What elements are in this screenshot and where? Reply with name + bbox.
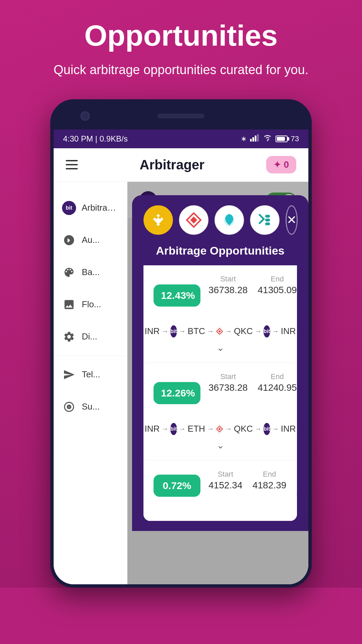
status-time: 4:30 PM | 0.9KB/s: [63, 134, 128, 144]
svg-marker-5: [157, 214, 160, 217]
svg-rect-2: [255, 136, 256, 142]
phone-notch: [54, 103, 308, 129]
graviex-exchange-icon[interactable]: [179, 205, 208, 235]
battery-icon: [276, 136, 288, 142]
status-icons: ∗: [241, 134, 299, 144]
sidebar-item-auto[interactable]: Au...: [54, 224, 127, 256]
start-value-1: 36738.28: [208, 285, 248, 296]
bit-icon: bit: [62, 201, 76, 215]
main-area: bit Arbitrager: [127, 182, 308, 584]
rocket-icon: [62, 233, 76, 248]
start-label-2: Start: [208, 372, 248, 381]
signal-icon: [250, 134, 259, 144]
end-label-3: End: [252, 470, 286, 479]
trade-path-2: INR → bit → ETH →: [154, 420, 287, 437]
wifi-icon: [263, 134, 272, 144]
send-icon: [62, 367, 76, 382]
opportunity-card-3[interactable]: 0.72% Start 4152.34 End: [143, 461, 297, 521]
sidebar-label-arbitrager: Arbitrager: [81, 203, 119, 213]
svg-rect-0: [250, 139, 252, 142]
sidebar-label-backtesting: Ba...: [82, 267, 100, 277]
opportunities-list: 12.43% Start 36738.28 End: [143, 265, 297, 521]
modal-panel: ✕ Arbitrage Opportunities 12.43%: [132, 195, 308, 531]
sidebar-label-support: Su...: [82, 401, 100, 412]
binance-exchange-icon[interactable]: [143, 205, 173, 235]
speaker-icon: [158, 114, 204, 118]
bit-node-1: bit: [170, 325, 177, 337]
end-value-1: 41305.09: [258, 285, 297, 296]
svg-marker-18: [218, 428, 221, 430]
svg-rect-13: [265, 218, 270, 221]
sidebar-label-display: Di...: [82, 331, 97, 342]
sparkle-icon: ✦: [274, 160, 281, 170]
sidebar-item-arbitrager[interactable]: bit Arbitrager: [54, 192, 127, 224]
sidebar-item-backtesting[interactable]: Ba...: [54, 256, 127, 288]
graviex-node-2: [216, 424, 223, 434]
sidebar-item-telegram[interactable]: Tel...: [54, 359, 127, 391]
palette-icon: [62, 265, 76, 280]
modal-overlay: ✕ Arbitrage Opportunities 12.43%: [127, 182, 308, 584]
camera-icon: [80, 111, 90, 121]
phone-content: bit Arbitrager Au... Ba: [54, 182, 308, 584]
svg-marker-16: [218, 330, 221, 332]
opp-stats-2: Start 36738.28 End 41240.95: [208, 372, 297, 414]
phone-frame: 4:30 PM | 0.9KB/s ∗: [50, 99, 312, 588]
expand-card-1[interactable]: ⌄: [154, 339, 287, 356]
end-label-1: End: [258, 275, 297, 283]
svg-rect-3: [257, 134, 259, 142]
end-value-2: 41240.95: [258, 382, 297, 393]
opp-stats-3: Start 4152.34 End 4182.39: [208, 470, 297, 502]
image-icon: [62, 297, 76, 312]
bit-node-2b: bit: [263, 423, 270, 435]
end-label-2: End: [258, 372, 297, 381]
battery-percent: 73: [291, 135, 299, 143]
hotbit-exchange-icon[interactable]: [215, 205, 244, 235]
page-title: Opportunities: [13, 20, 349, 51]
start-label-1: Start: [208, 275, 248, 283]
settings-icon: [62, 329, 76, 344]
notification-button[interactable]: ✦ 0: [266, 156, 296, 173]
notification-count: 0: [284, 159, 289, 170]
start-value-3: 4152.34: [208, 480, 242, 491]
bit-node-1b: bit: [263, 325, 270, 337]
bit-node-2: bit: [170, 423, 177, 435]
lifebuoy-icon: [62, 399, 76, 414]
opportunity-card-2[interactable]: 12.26% Start 36738.28 End: [143, 363, 297, 461]
exchange-icons-row: ✕: [143, 205, 297, 235]
modal-close-button[interactable]: ✕: [286, 205, 298, 235]
start-value-2: 36738.28: [208, 382, 248, 393]
percent-badge-1: 12.43%: [154, 284, 200, 307]
modal-title: Arbitrage Opportunities: [143, 244, 297, 257]
profit-value-3: +₹30.05: [296, 480, 297, 502]
kucoin-exchange-icon[interactable]: [250, 205, 280, 235]
sidebar-label-telegram: Tel...: [82, 369, 100, 380]
svg-rect-14: [265, 222, 270, 225]
page-subtitle: Quick arbitrage opportunities curated fo…: [13, 61, 349, 79]
sidebar-item-display[interactable]: Di...: [54, 321, 127, 353]
app-title: Arbitrager: [140, 157, 204, 172]
sidebar-item-flows[interactable]: Flo...: [54, 288, 127, 321]
opp-stats-1: Start 36738.28 End 41305.09: [208, 275, 297, 317]
sidebar-item-support[interactable]: Su...: [54, 391, 127, 423]
status-bar: 4:30 PM | 0.9KB/s ∗: [54, 129, 308, 148]
end-value-3: 4182.39: [252, 480, 286, 491]
svg-point-4: [267, 140, 268, 141]
percent-badge-3: 0.72%: [154, 475, 200, 497]
sidebar: bit Arbitrager Au... Ba: [54, 182, 127, 584]
bluetooth-icon: ∗: [241, 135, 247, 143]
opportunity-card-1[interactable]: 12.43% Start 36738.28 End: [143, 265, 297, 363]
trade-path-1: INR → bit → BTC →: [154, 322, 287, 339]
sidebar-label-flows: Flo...: [82, 299, 101, 310]
percent-badge-2: 12.26%: [154, 382, 200, 404]
sidebar-label-auto: Au...: [82, 235, 100, 245]
hamburger-menu[interactable]: [66, 160, 78, 169]
profit-label-3: Profit: [296, 470, 297, 479]
expand-card-2[interactable]: ⌄: [154, 437, 287, 453]
svg-rect-1: [252, 137, 254, 142]
svg-marker-11: [190, 216, 197, 223]
graviex-node-1: [216, 326, 223, 337]
svg-rect-12: [265, 215, 270, 217]
start-label-3: Start: [208, 470, 242, 479]
app-header: Arbitrager ✦ 0: [54, 148, 308, 182]
